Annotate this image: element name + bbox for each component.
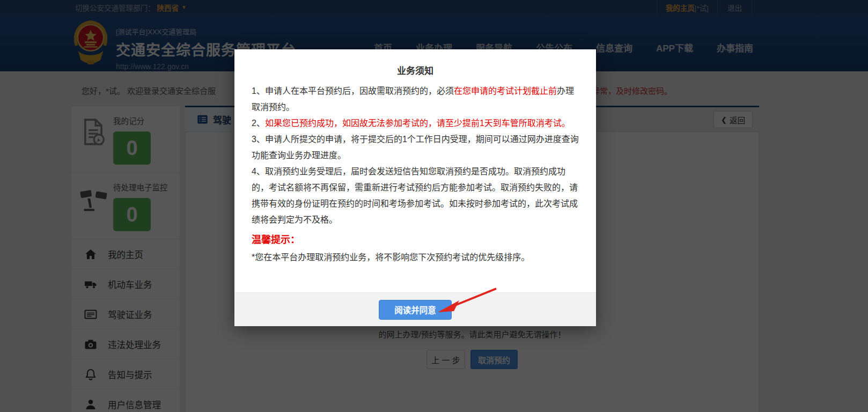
notice-paragraph: 2、如果您已预约成功，如因故无法参加考试的，请至少提前1天到车管所取消考试。 — [252, 115, 579, 131]
modal-footer: 阅读并同意 — [234, 292, 596, 326]
notice-paragraph: 4、取消预约业务受理后，届时会发送短信告知您取消预约是否成功。取消预约成功的，考… — [252, 164, 579, 228]
notice-text: 2、 — [252, 119, 265, 128]
notice-text-red: 在您申请的考试计划截止前 — [454, 86, 557, 95]
business-notice-modal: 业务须知 1、申请人在本平台预约后，因故需取消预约的，必须在您申请的考试计划截止… — [234, 49, 596, 326]
notice-text-red: 如果您已预约成功，如因故无法参加考试的，请至少提前1天到车管所取消考试。 — [265, 119, 570, 128]
agree-button[interactable]: 阅读并同意 — [379, 300, 452, 320]
modal-body: 1、申请人在本平台预约后，因故需取消预约的，必须在您申请的考试计划截止前办理取消… — [234, 77, 596, 266]
modal-title: 业务须知 — [234, 63, 596, 77]
notice-text: 3、申请人所提交的申请，将于提交后的1个工作日内受理，期间可以通过网办进度查询功… — [252, 135, 579, 160]
page: { "topbar": { "switch_label": "切换公安交通管理部… — [0, 0, 868, 412]
tip-text: *您在本平台办理取消预约业务，将不影响您下次预约考试的优先级排序。 — [252, 249, 579, 266]
notice-text: 4、取消预约业务受理后，届时会发送短信告知您取消预约是否成功。取消预约成功的，考… — [252, 167, 578, 224]
notice-text: 1、申请人在本平台预约后，因故需取消预约的，必须 — [252, 86, 454, 95]
tip-heading: 温馨提示： — [252, 231, 579, 248]
notice-paragraph: 3、申请人所提交的申请，将于提交后的1个工作日内受理，期间可以通过网办进度查询功… — [252, 131, 579, 164]
notice-paragraph: 1、申请人在本平台预约后，因故需取消预约的，必须在您申请的考试计划截止前办理取消… — [252, 83, 579, 115]
